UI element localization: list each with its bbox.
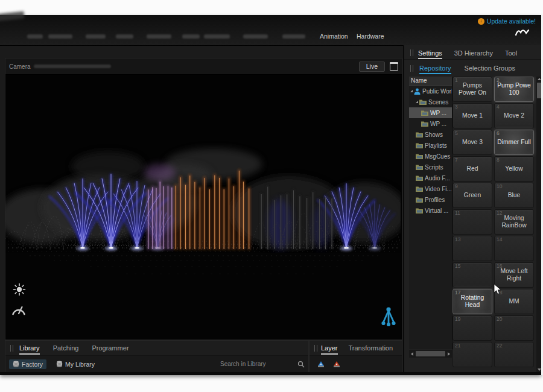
tree-item-label: Playlists (425, 142, 447, 149)
selection-group-button-7[interactable]: 7Red (453, 156, 492, 182)
tree-item-audio-f[interactable]: Audio F... (409, 172, 452, 183)
tab-transformation[interactable]: Transformation (349, 344, 393, 352)
search-input[interactable] (219, 360, 293, 368)
update-notice[interactable]: ↓ Update available! (478, 17, 536, 25)
menu-item-illegible[interactable] (182, 34, 200, 39)
selection-group-button-3[interactable]: 3Move 1 (453, 103, 492, 128)
selection-group-button-16[interactable]: 16Move Left Right (494, 262, 534, 288)
menu-item-illegible[interactable] (147, 34, 171, 39)
maximize-icon[interactable] (390, 62, 398, 71)
tree-item-public-work[interactable]: Public Work... (409, 86, 452, 96)
tree-item-profiles[interactable]: Profiles (409, 194, 452, 205)
menu-item-animation[interactable]: Animation (320, 30, 348, 43)
scroll-right-icon[interactable] (446, 350, 452, 358)
selection-group-button-19[interactable]: 19 (453, 315, 492, 341)
tree-item-label: Virtual ... (425, 207, 448, 214)
button-number: 19 (455, 317, 460, 323)
panel-drag-handle[interactable] (410, 49, 413, 56)
tree-item-video-fi[interactable]: Video Fi... (409, 183, 452, 194)
menu-item-hardware[interactable]: Hardware (357, 30, 384, 43)
selection-group-button-22[interactable]: 22 (494, 342, 534, 367)
selection-group-button-18[interactable]: 18MM (494, 289, 534, 314)
button-label: Dimmer Full (497, 139, 531, 146)
menu-item-illegible[interactable] (27, 34, 43, 39)
selection-group-button-5[interactable]: 5Move 3 (453, 130, 492, 155)
tree-item-wp[interactable]: WP ... (409, 118, 452, 129)
folder-icon (416, 197, 423, 203)
menu-item-illegible[interactable] (282, 34, 305, 39)
selection-group-button-8[interactable]: 8Yellow (494, 156, 534, 182)
expand-arrow-icon[interactable] (416, 101, 418, 103)
selection-group-button-6[interactable]: 6Dimmer Full (494, 130, 534, 155)
selection-group-button-15[interactable]: 15 (453, 262, 492, 288)
scroll-up-icon[interactable] (538, 78, 541, 80)
tab-layer[interactable]: Layer (321, 344, 338, 352)
selection-group-button-2[interactable]: 2Pump Powe 100 (494, 77, 534, 102)
scrollbar-thumb[interactable] (537, 83, 541, 98)
tree-item-scenes[interactable]: Scenes (409, 96, 452, 107)
source-my-library[interactable]: My Library (52, 359, 98, 369)
tab-library[interactable]: Library (19, 344, 40, 352)
scroll-left-icon[interactable] (409, 350, 415, 358)
tree-header-name[interactable]: Name (409, 77, 452, 86)
button-number: 7 (455, 157, 458, 163)
update-download-icon: ↓ (478, 18, 484, 25)
panel-drag-handle[interactable] (10, 345, 13, 352)
selection-group-button-14[interactable]: 14 (494, 236, 534, 261)
tab-selection-groups[interactable]: Selection Groups (465, 65, 515, 72)
menu-item-illegible[interactable] (48, 34, 72, 39)
speed-gauge-icon[interactable] (11, 303, 27, 318)
viewport-3d-view[interactable] (5, 75, 402, 340)
tree-item-virtual[interactable]: Virtual ... (409, 205, 452, 216)
selection-group-button-12[interactable]: 12Moving RainBow (494, 209, 534, 235)
tree-item-label: MsgCues (425, 153, 450, 160)
selection-group-button-9[interactable]: 9Green (453, 183, 492, 208)
tab-3d-hierarchy[interactable]: 3D Hierarchy (454, 49, 493, 57)
selection-group-button-17[interactable]: 17Rotating Head (453, 289, 492, 314)
panel-drag-handle[interactable] (410, 65, 413, 72)
white-mark (515, 27, 530, 37)
button-number: 17 (455, 290, 460, 296)
source-factory[interactable]: Factory (9, 359, 46, 369)
tab-patching[interactable]: Patching (53, 344, 79, 352)
selection-group-button-11[interactable]: 11 (453, 209, 492, 235)
live-button[interactable]: Live (359, 62, 385, 72)
menu-item-illegible[interactable] (116, 34, 133, 39)
brightness-sun-icon[interactable] (13, 283, 26, 299)
menu-item-illegible[interactable] (243, 34, 268, 39)
menu-item-illegible[interactable] (204, 34, 230, 39)
selection-group-button-10[interactable]: 10Blue (494, 183, 534, 208)
tree-item-label: Audio F... (425, 175, 450, 182)
button-number: 21 (455, 343, 460, 349)
tree-item-wp[interactable]: WP ... (409, 107, 452, 118)
tree-item-shows[interactable]: Shows (409, 129, 452, 140)
scrollbar-thumb[interactable] (416, 351, 445, 356)
scroll-down-icon[interactable] (538, 368, 541, 371)
tab-programmer[interactable]: Programmer (92, 344, 129, 352)
expand-arrow-icon[interactable] (410, 90, 413, 92)
folder-icon (419, 99, 427, 105)
selection-group-button-13[interactable]: 13 (453, 236, 492, 261)
tab-settings[interactable]: Settings (418, 49, 442, 57)
tree-horizontal-scrollbar[interactable] (409, 350, 452, 358)
tree-item-msgcues[interactable]: MsgCues (409, 151, 452, 162)
button-number: 18 (497, 290, 502, 296)
tree-item-scripts[interactable]: Scripts (409, 162, 452, 172)
tree-item-label: Shows (425, 131, 443, 138)
tab-repository[interactable]: Repository (419, 65, 451, 72)
button-number: 13 (455, 237, 460, 243)
button-number: 5 (455, 131, 458, 137)
selection-group-button-21[interactable]: 21 (453, 342, 492, 367)
camera-label-illegible (34, 65, 111, 68)
selection-group-button-1[interactable]: 1Pumps Power On (453, 77, 492, 102)
layer-blue-fixture-icon[interactable] (317, 360, 325, 368)
tab-tool[interactable]: Tool (505, 49, 517, 57)
layer-red-fixture-icon[interactable] (332, 360, 341, 368)
panel-drag-handle[interactable] (314, 345, 317, 352)
tree-item-playlists[interactable]: Playlists (409, 140, 452, 151)
menu-item-illegible[interactable] (86, 34, 106, 39)
folder-icon (416, 164, 423, 170)
node-tree-icon[interactable] (381, 306, 396, 331)
selection-group-button-4[interactable]: 4Move 2 (494, 103, 534, 128)
selection-group-button-20[interactable]: 20 (494, 315, 534, 341)
